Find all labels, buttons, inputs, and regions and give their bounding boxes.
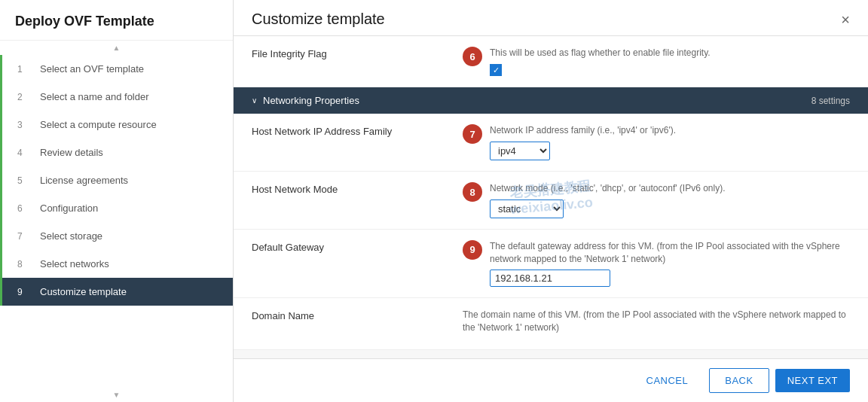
step-label-4: Review details [40, 147, 103, 158]
step-label-9: Customize template [40, 286, 127, 297]
step-label-3: Select a compute resource [40, 119, 157, 130]
prop-row-2: Host Network IP Address Family7Network I… [234, 114, 868, 172]
step-badge-6: 6 [463, 47, 482, 66]
footer: CANCEL BACK NEXT EXT [234, 358, 868, 402]
prop-value-col: Network mode (i.e., 'static', 'dhcp', or… [490, 182, 850, 218]
sidebar-item-3[interactable]: 3Select a compute resource [0, 111, 233, 139]
section-header-1[interactable]: ∨Networking Properties8 settings [234, 87, 868, 114]
sidebar-item-4[interactable]: 4Review details [0, 139, 233, 166]
section-count: 8 settings [811, 96, 850, 106]
content-area: File Integrity Flag6This will be used as… [234, 36, 868, 358]
prop-select-2[interactable]: ipv4ipv6 [490, 142, 550, 160]
prop-label-text: Domain Name [252, 310, 314, 321]
close-button[interactable]: × [841, 12, 850, 27]
prop-label-col: Host Network Mode [252, 182, 463, 195]
prop-label-text: File Integrity Flag [252, 48, 327, 59]
prop-value-col: The default gateway address for this VM.… [490, 240, 850, 288]
step-label-1: Select an OVF template [40, 63, 144, 75]
prop-row-0: File Integrity Flag6This will be used as… [234, 36, 868, 87]
prop-description: This will be used as flag whether to ena… [490, 47, 850, 59]
prop-row-inner: Host Network IP Address Family7Network I… [252, 124, 850, 160]
prop-label-col: File Integrity Flag [252, 47, 463, 59]
sidebar-item-6[interactable]: 6Configuration [0, 194, 233, 222]
prop-row-5: Domain NameThe domain name of this VM. (… [234, 298, 868, 350]
prop-description: The default gateway address for this VM.… [490, 240, 850, 266]
file-integrity-checkbox[interactable]: ✓ [490, 64, 502, 76]
prop-row-inner: Domain NameThe domain name of this VM. (… [252, 309, 850, 339]
prop-row-inner: Host Network Mode8Network mode (i.e., 's… [252, 182, 850, 218]
sidebar-item-9[interactable]: 9Customize template [0, 278, 233, 306]
step-label-7: Select storage [40, 230, 102, 242]
checkbox-wrapper: ✓ [490, 64, 502, 76]
prop-row-3: Host Network Mode8Network mode (i.e., 's… [234, 172, 868, 230]
checkmark-icon: ✓ [493, 66, 500, 75]
step-number-6: 6 [17, 203, 32, 214]
step-label-8: Select networks [40, 258, 109, 270]
step-badge-8: 8 [463, 182, 482, 202]
next-button[interactable]: NEXT EXT [775, 369, 850, 392]
sidebar-item-1[interactable]: 1Select an OVF template [0, 55, 233, 83]
scroll-down-btn[interactable]: ▼ [0, 388, 233, 402]
main-title: Customize template [252, 11, 385, 28]
sidebar: Deploy OVF Template ▲ 1Select an OVF tem… [0, 0, 234, 402]
sidebar-item-5[interactable]: 5License agreements [0, 166, 233, 194]
prop-value-col: This will be used as flag whether to ena… [490, 47, 850, 76]
prop-description: The domain name of this VM. (from the IP… [463, 309, 850, 334]
prop-label-text: Default Gateway [252, 242, 324, 253]
prop-label-col: Default Gateway [252, 240, 463, 253]
prop-label-col: Host Network IP Address Family [252, 124, 463, 137]
prop-value-col: The domain name of this VM. (from the IP… [463, 309, 850, 339]
sidebar-title: Deploy OVF Template [0, 0, 233, 41]
prop-value-col: Network IP address family (i.e., 'ipv4' … [490, 124, 850, 160]
prop-select-3[interactable]: staticdhcpautoconf [490, 199, 564, 218]
section-title: Networking Properties [263, 95, 811, 106]
main-panel: Customize template × File Integrity Flag… [234, 0, 868, 402]
step-number-3: 3 [17, 120, 32, 130]
step-number-5: 5 [17, 175, 32, 186]
step-number-4: 4 [17, 148, 32, 158]
prop-label-text: Host Network Mode [252, 184, 338, 195]
prop-row-4: Default Gateway9The default gateway addr… [234, 230, 868, 299]
prop-input-4[interactable] [490, 270, 610, 287]
prop-row-inner: Default Gateway9The default gateway addr… [252, 240, 850, 288]
prop-description: Network IP address family (i.e., 'ipv4' … [490, 124, 850, 137]
step-number-8: 8 [17, 259, 32, 270]
main-header: Customize template × [234, 0, 868, 36]
step-label-2: Select a name and folder [40, 91, 149, 102]
step-badge-7: 7 [463, 124, 482, 144]
chevron-icon: ∨ [252, 96, 257, 105]
prop-label-text: Host Network IP Address Family [252, 126, 392, 137]
prop-label-col: Domain Name [252, 309, 463, 321]
back-button[interactable]: BACK [709, 368, 769, 393]
step-number-2: 2 [17, 92, 32, 102]
prop-row-inner: File Integrity Flag6This will be used as… [252, 47, 850, 76]
step-badge-9: 9 [463, 240, 482, 260]
sidebar-item-8[interactable]: 8Select networks [0, 250, 233, 278]
sidebar-items: 1Select an OVF template2Select a name an… [0, 55, 233, 388]
sidebar-item-7[interactable]: 7Select storage [0, 222, 233, 250]
prop-description: Network mode (i.e., 'static', 'dhcp', or… [490, 182, 850, 195]
step-label-5: License agreements [40, 175, 128, 186]
step-number-9: 9 [17, 287, 32, 297]
step-label-6: Configuration [40, 203, 98, 214]
step-number-7: 7 [17, 231, 32, 242]
cancel-button[interactable]: CANCEL [631, 369, 704, 392]
sidebar-item-2[interactable]: 2Select a name and folder [0, 83, 233, 111]
step-number-1: 1 [17, 64, 32, 75]
scroll-up-btn[interactable]: ▲ [0, 41, 233, 55]
